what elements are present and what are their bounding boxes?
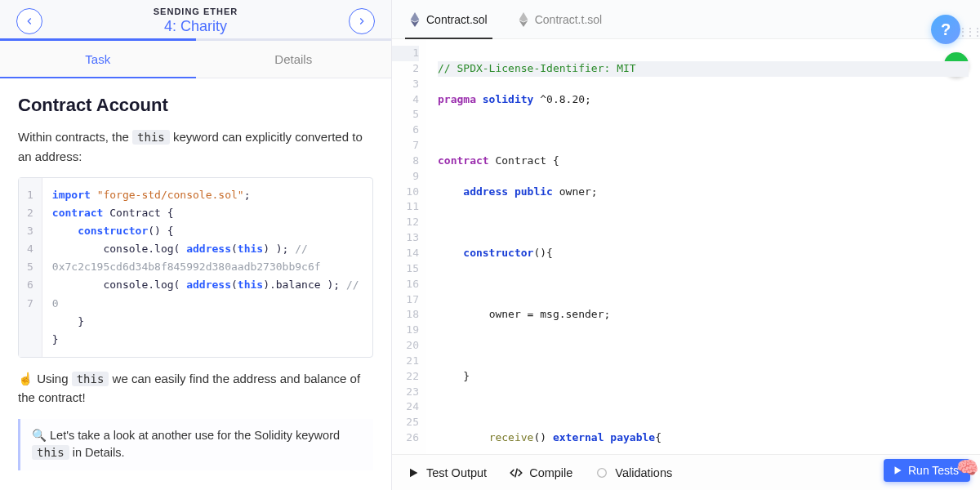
lesson-panel: SENDING ETHER 4: Charity Task Details Co… <box>0 0 392 490</box>
tab-task[interactable]: Task <box>0 41 196 78</box>
drag-grip-icon[interactable]: ⋮⋮⋮ <box>958 26 980 38</box>
editor-panel: Contract.sol Contract.t.sol ? IM ⋮⋮⋮ 123… <box>392 0 980 490</box>
tab-details[interactable]: Details <box>196 41 392 78</box>
ethereum-icon <box>410 12 420 27</box>
next-lesson-button[interactable] <box>349 8 375 34</box>
code-snippet: 1234567 import "forge-std/console.sol"; … <box>18 177 373 358</box>
intro-paragraph: Within contracts, the this keyword can e… <box>18 127 373 166</box>
code-icon <box>510 466 523 479</box>
editor-gutter: 1234567891011121314151617181920212223242… <box>392 39 426 454</box>
lesson-header: SENDING ETHER 4: Charity <box>0 0 391 38</box>
code-editor[interactable]: 1234567891011121314151617181920212223242… <box>392 39 980 454</box>
section-heading: Contract Account <box>18 95 373 116</box>
circle-icon <box>595 466 608 479</box>
svg-point-0 <box>598 468 607 477</box>
snippet-gutter: 1234567 <box>19 178 42 357</box>
arrow-right-icon <box>356 16 368 27</box>
play-icon <box>892 465 903 476</box>
file-tabs: Contract.sol Contract.t.sol <box>392 0 980 39</box>
arrow-left-icon <box>24 16 35 27</box>
file-tab-test[interactable]: Contract.t.sol <box>514 1 607 38</box>
lesson-topic: SENDING ETHER <box>154 7 238 16</box>
prev-lesson-button[interactable] <box>16 8 42 34</box>
brain-icon[interactable]: 🧠 <box>956 457 978 479</box>
file-tab-contract[interactable]: Contract.sol <box>405 1 492 38</box>
code-keyword: this <box>132 130 170 145</box>
lesson-tabs: Task Details <box>0 41 391 78</box>
play-icon <box>407 466 420 479</box>
tip-paragraph: ☝️ Using this we can easily find the add… <box>18 369 373 408</box>
lesson-content[interactable]: Contract Account Within contracts, the t… <box>0 78 391 490</box>
compile-button[interactable]: Compile <box>510 466 572 479</box>
snippet-code: import "forge-std/console.sol"; contract… <box>42 178 372 357</box>
editor-code[interactable]: // SPDX-License-Identifier: MIT pragma s… <box>426 39 980 454</box>
ethereum-icon <box>519 12 528 27</box>
details-callout: 🔍 Let's take a look at another use for t… <box>18 419 373 471</box>
lesson-title: 4: Charity <box>154 18 238 35</box>
validations-button[interactable]: Validations <box>595 466 672 479</box>
test-output-button[interactable]: Test Output <box>407 466 487 479</box>
